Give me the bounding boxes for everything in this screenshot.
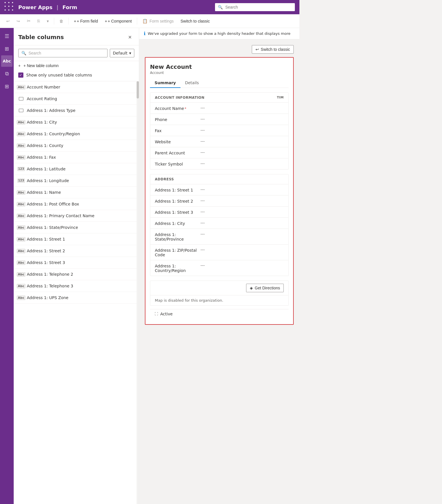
field-label-fax: Fax (155, 128, 200, 133)
field-label-street1: Address 1: Street 1 (155, 187, 200, 192)
new-table-column-button[interactable]: + + New table column (14, 61, 139, 70)
chevron-down-icon-filter: ▾ (129, 51, 131, 55)
field-value-parent-account: --- (200, 150, 205, 155)
delete-icon: 🗑 (59, 19, 63, 23)
account-info-header: ACCOUNT INFORMATION Tim (150, 93, 288, 102)
cut-icon: ✂ (27, 18, 31, 24)
abc-icon: Abc (17, 296, 26, 300)
form-settings-icon: 📋 (142, 19, 148, 24)
filter-dropdown[interactable]: Default ▾ (110, 49, 134, 57)
add-form-field-button[interactable]: + + Form field (71, 17, 101, 25)
switch-classic-icon: ↩ (256, 47, 259, 52)
form-toolbar: ↩ Switch to classic (145, 45, 294, 54)
dropdown-button[interactable]: ▾ (44, 17, 52, 25)
list-item[interactable]: Abc Address 1: State/Province (14, 222, 139, 233)
column-type-icon: 123 (18, 178, 24, 184)
column-type-icon: Abc (18, 295, 24, 301)
field-label-phone: Phone (155, 117, 200, 122)
list-item[interactable]: Abc Address 1: UPS Zone (14, 292, 139, 304)
list-item[interactable]: Abc Account Number (14, 81, 139, 93)
column-type-icon: Abc (18, 189, 24, 195)
list-item[interactable]: Address 1: Address Type (14, 105, 139, 116)
chevron-down-icon: ▾ (47, 19, 49, 23)
column-type-icon (18, 96, 24, 102)
show-unused-row[interactable]: ✓ Show only unused table columns (14, 70, 139, 81)
table-row: Address 1: State/Province --- (150, 229, 288, 244)
tab-details[interactable]: Details (181, 78, 204, 88)
switch-classic-button[interactable]: Switch to classic (178, 17, 213, 25)
redo-button[interactable]: ↪ (14, 17, 23, 25)
columns-panel-title: Table columns (18, 34, 125, 41)
abc-icon: Abc (17, 155, 26, 160)
list-item[interactable]: Abc Address 1: Telephone 2 (14, 269, 139, 280)
list-item[interactable]: Abc Address 1: Name (14, 187, 139, 198)
info-text: We've upgraded your form to show a high … (148, 31, 290, 36)
list-item[interactable]: Abc Address 1: Street 3 (14, 257, 139, 269)
field-value-street1: --- (200, 187, 205, 192)
undo-icon: ↩ (6, 19, 10, 23)
component-label: + Component (108, 19, 132, 23)
list-item[interactable]: Abc Address 1: City (14, 116, 139, 128)
column-name: Account Rating (27, 96, 57, 101)
field-label-website: Website (155, 139, 200, 144)
column-type-icon: Abc (18, 236, 24, 242)
list-item[interactable]: Abc Address 1: Fax (14, 152, 139, 163)
delete-button[interactable]: 🗑 (56, 17, 66, 25)
app-title: Power Apps | Form (18, 4, 77, 10)
list-item[interactable]: Abc Address 1: Primary Contact Name (14, 210, 139, 222)
separator-2 (68, 18, 69, 25)
column-name: Address 1: Telephone 2 (27, 272, 73, 277)
form-settings-label: Form settings (149, 19, 174, 23)
table-row: Address 1: City --- (150, 217, 288, 229)
list-item[interactable]: Abc Address 1: Telephone 3 (14, 280, 139, 292)
columns-search-input[interactable] (29, 51, 104, 55)
field-label-ticker-symbol: Ticker Symbol (155, 161, 200, 166)
form-icon[interactable]: Abc (1, 55, 13, 67)
components-icon[interactable]: ⊞ (1, 80, 13, 92)
new-column-label: + New table column (23, 63, 58, 68)
global-search-input[interactable] (215, 3, 295, 11)
abc-icon: Abc (17, 202, 26, 206)
switch-to-classic-button[interactable]: ↩ Switch to classic (252, 45, 294, 54)
field-label-parent-account: Parent Account (155, 150, 200, 155)
cut-button[interactable]: ✂ (24, 17, 33, 25)
get-directions-button[interactable]: ◈ Get Directions (246, 284, 284, 292)
undo-button[interactable]: ↩ (3, 17, 13, 25)
plus-icon: + (74, 19, 76, 23)
list-item[interactable]: 123 Address 1: Latitude (14, 163, 139, 175)
column-type-icon: Abc (18, 260, 24, 265)
form-settings-button[interactable]: 📋 Form settings (139, 17, 177, 25)
apps-grid-icon[interactable] (5, 2, 15, 12)
list-item[interactable]: Abc Address 1: Street 1 (14, 233, 139, 245)
hamburger-menu-icon[interactable]: ☰ (1, 30, 13, 42)
field-value-zip: --- (200, 247, 205, 252)
field-value-street2: --- (200, 198, 205, 203)
list-item[interactable]: Account Rating (14, 93, 139, 105)
plus-icon-column: + (18, 63, 21, 68)
close-panel-button[interactable]: ✕ (125, 33, 134, 42)
list-item[interactable]: Abc Address 1: Street 2 (14, 245, 139, 257)
paste-button[interactable]: ⎘ (35, 17, 43, 25)
dashboard-icon[interactable]: ⊞ (1, 43, 13, 54)
columns-panel-header: Table columns ✕ (14, 28, 139, 45)
field-label-account-name: Account Name* (155, 106, 200, 111)
tab-summary[interactable]: Summary (150, 78, 181, 88)
column-type-icon: Abc (18, 213, 24, 219)
list-item[interactable]: 123 Address 1: Longitude (14, 175, 139, 187)
column-name: Address 1: Fax (27, 155, 56, 160)
separator-3 (137, 18, 137, 25)
list-item[interactable]: Abc Address 1: County (14, 140, 139, 152)
form-status-bar: ⛶ Active (150, 309, 289, 318)
form-preview-wrapper: ↩ Switch to classic New Account Account … (139, 39, 299, 504)
abc-icon: Abc (17, 120, 26, 124)
column-name: Address 1: Longitude (27, 178, 69, 183)
form-subtitle: Account (150, 71, 289, 75)
layers-icon[interactable]: ⧉ (1, 68, 13, 79)
form-card: New Account Account Summary Details ACCO… (145, 57, 294, 325)
show-unused-checkbox[interactable]: ✓ (18, 72, 23, 78)
column-type-icon: Abc (18, 119, 24, 125)
add-component-button[interactable]: + + Component (102, 17, 135, 25)
list-item[interactable]: Abc Address 1: Post Office Box (14, 198, 139, 210)
switch-classic-label: Switch to classic (261, 47, 290, 52)
list-item[interactable]: Abc Address 1: Country/Region (14, 128, 139, 140)
